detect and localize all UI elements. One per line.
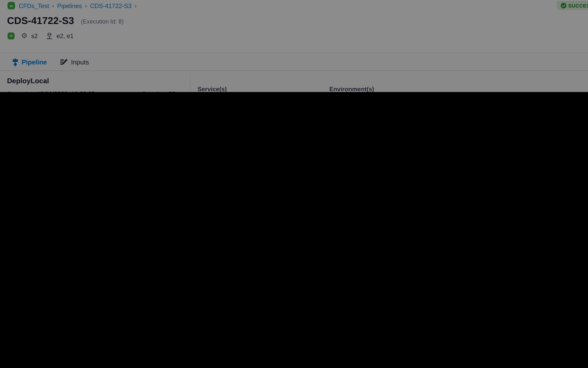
started-value: 15/09/2022, 16:09:27 bbox=[37, 90, 95, 92]
divider bbox=[190, 74, 190, 92]
service-gear-icon: ⚙ bbox=[21, 32, 28, 39]
stage-summary: DeployLocal Started at: 15/09/2022, 16:0… bbox=[0, 71, 588, 92]
breadcrumb-project[interactable]: CFDs_Test bbox=[19, 2, 49, 9]
tab-pipeline[interactable]: Pipeline bbox=[12, 53, 47, 71]
tab-inputs-label: Inputs bbox=[71, 58, 89, 66]
status-badge-label: SUCCESS bbox=[568, 3, 588, 8]
breadcrumb-pipeline[interactable]: CDS-41722-S3 bbox=[90, 2, 132, 9]
tab-bar: Pipeline Inputs Console View bbox=[0, 53, 588, 71]
execution-id: (Execution Id: 8) bbox=[81, 18, 124, 25]
breadcrumb-separator-icon: › bbox=[134, 2, 137, 9]
success-check-icon bbox=[561, 3, 566, 8]
environments-label: Environment(s) bbox=[329, 85, 374, 92]
duration-value: 22s bbox=[169, 90, 179, 92]
started-at: Started at: 15/09/2022, 16:09:27 bbox=[7, 90, 95, 92]
harness-status-icon: ∞ bbox=[8, 32, 15, 39]
tag-service: s2 bbox=[31, 32, 38, 39]
tag-environments: e2, e1 bbox=[57, 32, 74, 39]
stage-name: DeployLocal bbox=[7, 77, 49, 85]
started-label: Started at: bbox=[7, 90, 35, 92]
breadcrumb-separator-icon: › bbox=[85, 2, 87, 9]
app-root: ∞ CFDs_Test › Pipelines › CDS-41722-S3 ›… bbox=[0, 0, 588, 92]
tag-row: ∞ ⚙ s2 e2, e1 bbox=[8, 31, 74, 40]
tab-inputs[interactable]: Inputs bbox=[60, 53, 89, 71]
tab-pipeline-label: Pipeline bbox=[22, 58, 47, 66]
breadcrumb-separator-icon: › bbox=[52, 2, 54, 9]
breadcrumb-pipelines[interactable]: Pipelines bbox=[57, 2, 82, 9]
harness-logo-icon: ∞ bbox=[8, 2, 15, 9]
top-header: ∞ CFDs_Test › Pipelines › CDS-41722-S3 ›… bbox=[0, 0, 588, 53]
duration: Duration: 22s bbox=[142, 90, 178, 92]
inputs-tab-icon bbox=[60, 58, 68, 65]
page-title: CDS-41722-S3 bbox=[7, 15, 74, 26]
breadcrumb: CFDs_Test › Pipelines › CDS-41722-S3 › bbox=[19, 2, 137, 9]
status-badge: SUCCESS bbox=[557, 1, 588, 10]
environments-icon bbox=[46, 32, 53, 39]
services-label: Service(s) bbox=[198, 85, 227, 92]
duration-label: Duration: bbox=[142, 90, 167, 92]
pipeline-tab-icon bbox=[12, 58, 18, 66]
